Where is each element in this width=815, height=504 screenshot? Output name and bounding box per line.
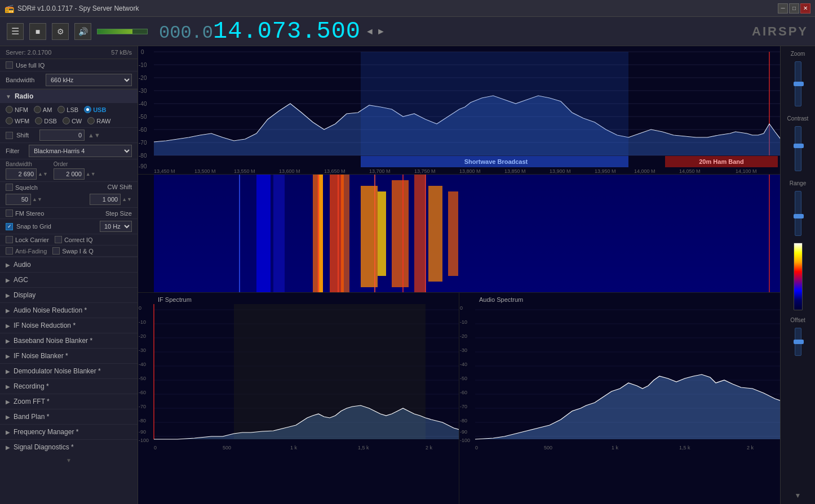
section-freq-manager[interactable]: ▶ Frequency Manager * xyxy=(0,424,138,439)
mode-nfm[interactable]: NFM xyxy=(6,106,28,113)
offset-slider-container[interactable] xyxy=(795,328,801,356)
contrast-slider-container[interactable] xyxy=(795,126,801,171)
lock-carrier-checkbox[interactable] xyxy=(6,236,13,243)
section-agc[interactable]: ▶ AGC xyxy=(0,272,138,287)
range-slider-container[interactable] xyxy=(795,191,801,236)
cw-shift-input[interactable] xyxy=(90,194,121,205)
snap-checkbox[interactable]: ✓ xyxy=(6,223,13,230)
restore-button[interactable]: □ xyxy=(789,3,799,14)
mode-dsb[interactable]: DSB xyxy=(35,117,57,124)
if-spectrum[interactable]: IF Spectrum 0 -10 -20 -30 -40 -50 -60 -7… xyxy=(138,293,459,504)
swap-iq-label: Swap I & Q xyxy=(62,248,94,255)
if-nb-label: IF Noise Blanker * xyxy=(14,352,68,360)
section-if-nr[interactable]: ▶ IF Noise Reduction * xyxy=(0,318,138,333)
audio-spectrum[interactable]: Audio Spectrum 0 -10 -20 -30 -40 -50 -60… xyxy=(459,293,780,504)
settings-button[interactable]: ⚙ xyxy=(52,23,69,40)
freq-prefix: 000.0 xyxy=(159,23,213,43)
svg-text:-10: -10 xyxy=(139,319,146,325)
zoom-slider-container[interactable] xyxy=(795,61,801,106)
scroll-down-button[interactable]: ▼ xyxy=(795,492,801,499)
baseband-nb-label: Baseband Noise Blanker * xyxy=(14,337,92,345)
svg-text:13,500 M: 13,500 M xyxy=(194,168,216,174)
bandwidth-select[interactable]: 660 kHz xyxy=(46,74,132,86)
mode-raw[interactable]: RAW xyxy=(87,117,110,124)
frequency-display: 000.0 14.073.500 ◄ ► xyxy=(159,18,386,45)
section-zoom-fft[interactable]: ▶ Zoom FFT * xyxy=(0,394,138,409)
agc-chevron-icon: ▶ xyxy=(6,277,10,283)
svg-text:-60: -60 xyxy=(139,390,146,395)
mode-cw[interactable]: CW xyxy=(63,117,82,124)
volume-slider-container[interactable] xyxy=(97,29,148,34)
freq-arrow-left[interactable]: ◄ xyxy=(365,26,374,37)
close-button[interactable]: ✕ xyxy=(800,3,810,14)
section-display[interactable]: ▶ Display xyxy=(0,287,138,302)
mode-usb[interactable]: USB xyxy=(84,106,106,113)
svg-text:14,050 M: 14,050 M xyxy=(679,168,701,174)
svg-text:0: 0 xyxy=(154,445,157,451)
volume-button[interactable]: 🔊 xyxy=(74,23,91,40)
section-band-plan[interactable]: ▶ Band Plan * xyxy=(0,409,138,424)
correct-iq-checkbox[interactable] xyxy=(55,236,62,243)
zoom-label: Zoom xyxy=(791,51,805,57)
svg-text:-30: -30 xyxy=(460,347,467,353)
svg-text:-80: -80 xyxy=(460,418,467,423)
radio-section-header[interactable]: ▼ Radio xyxy=(0,89,138,103)
svg-rect-50 xyxy=(341,175,349,292)
shift-checkbox[interactable] xyxy=(6,132,13,139)
main-spectrum[interactable]: 0 -10 -20 -30 -40 -50 -60 -70 -80 -90 xyxy=(138,46,780,175)
display-label: Display xyxy=(14,291,36,299)
filter-select[interactable]: Blackman-Harris 4 xyxy=(29,145,132,157)
offset-label: Offset xyxy=(790,317,805,323)
section-baseband-nb[interactable]: ▶ Baseband Noise Blanker * xyxy=(0,333,138,348)
title-bar: 📻 SDR# v1.0.0.1717 - Spy Server Network … xyxy=(0,0,815,17)
squelch-label: Squelch xyxy=(15,184,38,191)
mode-row-2: WFM DSB CW RAW xyxy=(0,116,138,127)
app-icon: 📻 xyxy=(5,4,14,13)
fm-stereo-checkbox[interactable] xyxy=(6,209,13,217)
bandwidth-row: Bandwidth 660 kHz xyxy=(0,72,138,89)
mode-lsb[interactable]: LSB xyxy=(57,106,78,113)
window-controls[interactable]: ─ □ ✕ xyxy=(778,3,810,14)
svg-text:0: 0 xyxy=(141,49,144,55)
mode-am[interactable]: AM xyxy=(34,106,52,113)
recording-label: Recording * xyxy=(14,382,49,390)
freq-arrows[interactable]: ◄ ► xyxy=(365,26,386,37)
signal-diag-chevron-icon: ▶ xyxy=(6,444,10,451)
bw-param-input[interactable] xyxy=(6,168,37,180)
svg-text:-80: -80 xyxy=(139,153,147,159)
svg-text:0: 0 xyxy=(475,445,478,451)
anti-fading-label: Anti-Fading xyxy=(15,248,47,255)
section-if-nb[interactable]: ▶ IF Noise Blanker * xyxy=(0,348,138,363)
section-recording[interactable]: ▶ Recording * xyxy=(0,378,138,394)
svg-text:-90: -90 xyxy=(460,429,467,435)
anti-fading-checkbox[interactable] xyxy=(6,247,13,255)
minimize-button[interactable]: ─ xyxy=(778,3,788,14)
mode-wfm[interactable]: WFM xyxy=(6,117,29,124)
squelch-checkbox[interactable] xyxy=(6,184,13,191)
squelch-input[interactable] xyxy=(6,194,31,205)
section-demod-nb[interactable]: ▶ Demodulator Noise Blanker * xyxy=(0,363,138,378)
swap-iq-checkbox[interactable] xyxy=(52,247,60,255)
freq-arrow-right[interactable]: ► xyxy=(377,26,386,37)
order-label: Order xyxy=(54,161,96,167)
squelch-row: Squelch CW Shift xyxy=(0,181,138,193)
use-full-iq-checkbox[interactable] xyxy=(6,61,13,69)
sidebar: Server: 2.0.1700 57 kB/s Use full IQ Ban… xyxy=(0,46,138,504)
use-full-iq-row[interactable]: Use full IQ xyxy=(0,59,138,72)
waterfall-y-axis xyxy=(138,175,154,292)
app-title: SDR# v1.0.0.1717 - Spy Server Network xyxy=(17,5,778,12)
waterfall-display[interactable] xyxy=(138,175,780,293)
section-audio[interactable]: ▶ Audio xyxy=(0,257,138,272)
section-signal-diag[interactable]: ▶ Signal Diagnostics * xyxy=(0,439,138,454)
section-audio-nr[interactable]: ▶ Audio Noise Reduction * xyxy=(0,302,138,318)
if-nr-chevron-icon: ▶ xyxy=(6,323,10,329)
svg-text:13,700 M: 13,700 M xyxy=(369,168,391,174)
svg-rect-56 xyxy=(448,191,458,276)
order-input[interactable] xyxy=(54,168,85,180)
menu-button[interactable]: ☰ xyxy=(7,23,24,40)
svg-text:13,900 M: 13,900 M xyxy=(550,168,571,174)
svg-text:500: 500 xyxy=(544,445,552,451)
stop-button[interactable]: ■ xyxy=(29,23,46,40)
snap-select[interactable]: 10 Hz xyxy=(100,221,132,232)
shift-input[interactable] xyxy=(39,130,85,141)
